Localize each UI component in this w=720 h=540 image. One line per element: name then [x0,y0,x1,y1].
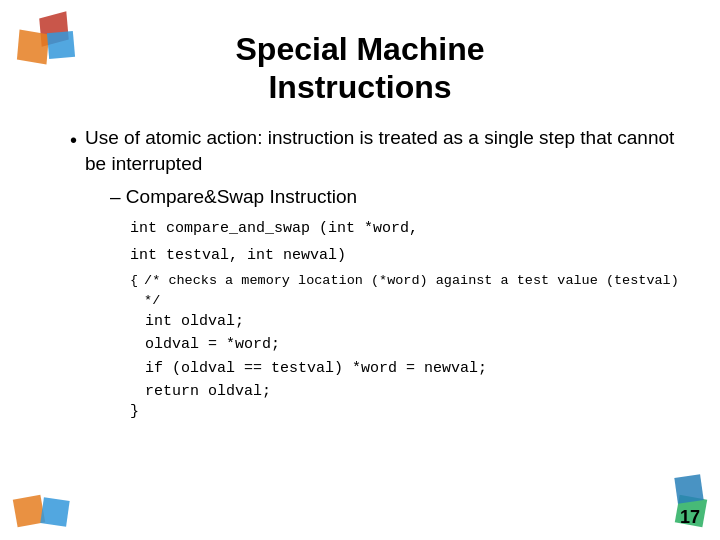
bullet-item-1: • Use of atomic action: instruction is t… [70,125,680,178]
deco-top-left-icon [10,10,90,90]
slide-title: Special Machine Instructions [40,30,680,107]
open-brace: { [130,271,138,291]
code-body-3: if (oldval == testval) *word = newval; [145,357,680,380]
slide: Special Machine Instructions • Use of at… [0,0,720,540]
code-close-brace: } [130,403,680,420]
code-line-2: int testval, int newval) [130,244,680,267]
bullet-text-1: Use of atomic action: instruction is tre… [85,125,680,178]
code-body-2: oldval = *word; [145,333,680,356]
bullet-symbol: • [70,126,77,154]
code-open-brace-comment: { /* checks a memory location (*word) ag… [130,271,680,310]
slide-number: 17 [680,507,700,528]
content-area: • Use of atomic action: instruction is t… [60,125,680,420]
sub-item-compare-swap: – Compare&Swap Instruction [110,184,680,211]
deco-bottom-left-icon [10,470,90,530]
code-body-4: return oldval; [145,380,680,403]
code-comment: /* checks a memory location (*word) agai… [144,271,680,310]
code-line-1: int compare_and_swap (int *word, [130,217,680,240]
code-body-1: int oldval; [145,310,680,333]
